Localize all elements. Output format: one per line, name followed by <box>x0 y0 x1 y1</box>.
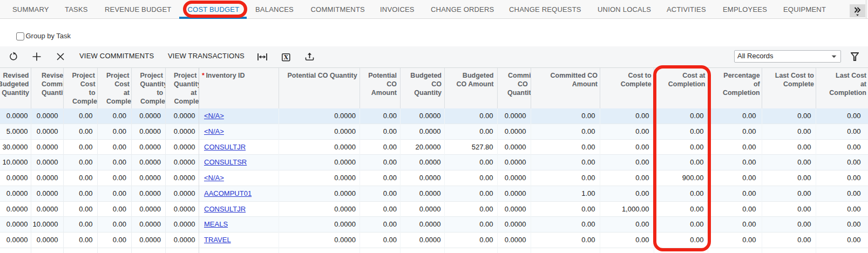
svg-text:X: X <box>283 53 288 61</box>
